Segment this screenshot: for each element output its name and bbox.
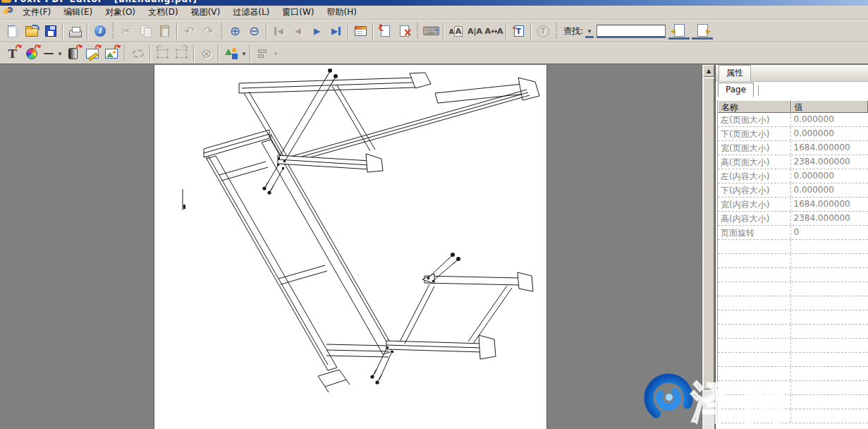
- menu-item-filter[interactable]: 过滤器(L): [226, 5, 276, 20]
- separator: [62, 23, 63, 40]
- save-button[interactable]: [41, 22, 60, 40]
- open-folder-icon: [25, 28, 38, 37]
- property-row[interactable]: 高(内容大小)2384.000000: [718, 212, 868, 226]
- find-input[interactable]: [597, 25, 666, 38]
- toolbar-drag-handle[interactable]: [220, 23, 224, 40]
- toolbar-drag-handle[interactable]: [111, 23, 115, 40]
- properties-panel-header: 属性: [716, 65, 868, 82]
- add-image-tool[interactable]: ↷: [102, 44, 121, 63]
- shapes-tool-dropdown[interactable]: ▾: [240, 50, 247, 57]
- property-row[interactable]: 宽(页面大小)1684.000000: [718, 141, 868, 155]
- vertical-scrollbar[interactable]: ▲: [702, 65, 714, 429]
- previous-page-icon: ◀: [295, 27, 301, 35]
- menu-item-object[interactable]: 对象(O): [99, 5, 142, 20]
- line-tool[interactable]: —: [41, 44, 56, 63]
- table-row-empty: [718, 240, 868, 254]
- toolbar-drag-handle[interactable]: [123, 45, 126, 62]
- delete-page-icon: ×: [400, 25, 409, 37]
- find-next-button[interactable]: ▶: [692, 23, 713, 40]
- edit-image-tool[interactable]: ↷: [82, 44, 102, 63]
- rotate-right-tool: ↷: [172, 44, 191, 63]
- properties-grid: 名称 值 左(页面大小)0.000000 下(页面大小)0.000000 宽(页…: [717, 100, 868, 423]
- align-tool-dropdown[interactable]: ▾: [272, 50, 279, 57]
- pdf-page[interactable]: [154, 65, 547, 429]
- table-row-empty: [718, 268, 868, 282]
- edit-text-tool[interactable]: T ↷: [3, 44, 22, 63]
- delete-object-tool: ⊗: [197, 44, 216, 63]
- menu-item-view[interactable]: 视图(V): [185, 5, 227, 20]
- select-area-tool: [128, 44, 147, 63]
- find-previous-button[interactable]: ◀: [668, 23, 690, 40]
- table-row-empty: [718, 325, 868, 339]
- open-button[interactable]: [22, 22, 41, 40]
- tab-divider: [758, 85, 759, 96]
- property-row[interactable]: 宽(内容大小)1684.000000: [718, 198, 868, 212]
- shapes-tool[interactable]: [221, 44, 240, 63]
- font-spacing-button[interactable]: A↔A: [484, 22, 503, 40]
- column-header-name[interactable]: 名称: [718, 100, 791, 113]
- font-size-button[interactable]: A|A: [465, 22, 484, 40]
- add-text-button[interactable]: T+: [509, 22, 528, 40]
- tab-page[interactable]: Page: [718, 83, 754, 97]
- new-button[interactable]: [3, 22, 22, 40]
- page-layout-button[interactable]: [351, 22, 370, 40]
- property-row[interactable]: 左(内容大小)0.000000: [718, 169, 868, 183]
- menu-item-help[interactable]: 帮助(H): [321, 5, 363, 20]
- line-tool-dropdown[interactable]: ▾: [56, 50, 63, 57]
- property-row[interactable]: 页面旋转0: [718, 226, 868, 240]
- properties-title-tab[interactable]: 属性: [719, 65, 751, 81]
- font-replace-button[interactable]: AA: [446, 22, 465, 40]
- align-icon: [258, 49, 268, 59]
- find-bar: 查找: ▾ ◀ ▶: [563, 23, 715, 40]
- align-tool: [253, 44, 272, 63]
- page-layout-icon: [355, 26, 367, 36]
- last-page-button[interactable]: ▶: [326, 22, 346, 40]
- application-window: Foxit PDF Editor - [anzhuang.pdf] 文件(F) …: [0, 0, 868, 429]
- zoom-out-icon: ⊖: [249, 25, 259, 37]
- zoom-in-button[interactable]: ⊕: [226, 22, 245, 40]
- properties-panel: 属性 Page 名称 值 左(页面大小)0.000000 下(页面大小)0.00…: [715, 65, 868, 429]
- menu-item-document[interactable]: 文档(D): [142, 5, 185, 20]
- table-row-empty: [718, 282, 868, 296]
- separator: [266, 23, 267, 40]
- table-row-empty: [718, 395, 868, 409]
- document-info-button[interactable]: i: [90, 22, 109, 40]
- undo-arrow-icon: ↶: [184, 25, 194, 37]
- menu-item-edit[interactable]: 编辑(E): [57, 5, 99, 20]
- property-row[interactable]: 左(页面大小)0.000000: [718, 113, 868, 127]
- color-tool[interactable]: ↷: [22, 44, 41, 63]
- cut-scissors-icon: ✂: [122, 26, 131, 37]
- table-row-empty: [718, 353, 868, 367]
- property-row[interactable]: 高(页面大小)2384.000000: [718, 155, 868, 169]
- shading-tool[interactable]: ↷: [63, 44, 82, 63]
- property-row[interactable]: 下(内容大小)0.000000: [718, 183, 868, 198]
- toolbar-drag-handle[interactable]: [416, 23, 420, 40]
- print-button[interactable]: [66, 22, 85, 40]
- copy-button: [136, 22, 155, 40]
- separator: [372, 23, 374, 40]
- paste-button: [155, 22, 174, 40]
- menu-item-file[interactable]: 文件(F): [16, 5, 57, 20]
- copy-icon: [140, 25, 152, 37]
- scrollbar-thumb[interactable]: [703, 78, 714, 389]
- delete-page-button[interactable]: ×: [395, 22, 414, 40]
- new-document-icon: [8, 25, 18, 37]
- zoom-out-button[interactable]: ⊖: [245, 22, 264, 40]
- next-page-icon: ▶: [314, 27, 320, 35]
- table-row-empty: [718, 409, 868, 423]
- wireframe-ladder-drawing: [154, 65, 548, 429]
- property-row[interactable]: 下(页面大小)0.000000: [718, 127, 868, 141]
- virtual-keyboard-button[interactable]: ⌨: [422, 22, 441, 40]
- menu-bar: 文件(F) 编辑(E) 对象(O) 文档(D) 视图(V) 过滤器(L) 窗口(…: [0, 6, 868, 20]
- insert-page-button[interactable]: ↷: [376, 22, 395, 40]
- font-size-icon: A|A: [467, 27, 482, 36]
- next-page-button[interactable]: ▶: [307, 22, 326, 40]
- add-text-icon: T+: [514, 25, 524, 37]
- menu-item-window[interactable]: 窗口(W): [276, 5, 320, 20]
- scroll-up-button[interactable]: ▲: [703, 65, 714, 77]
- find-options-dropdown[interactable]: ▾: [585, 24, 594, 38]
- separator: [218, 45, 219, 62]
- redo-button: ↷: [199, 22, 218, 40]
- column-header-value[interactable]: 值: [791, 100, 868, 113]
- toolbar-drag-handle[interactable]: [555, 23, 558, 40]
